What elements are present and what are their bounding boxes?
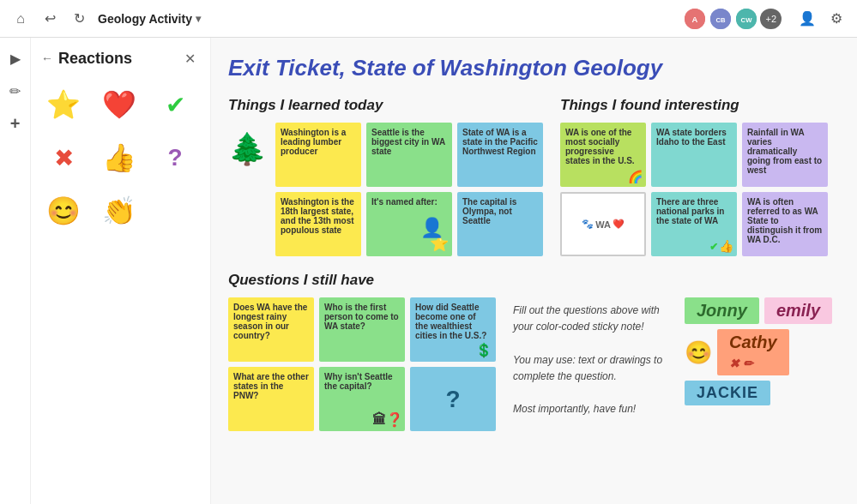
home-button[interactable]: ⌂ — [9, 7, 33, 31]
reactions-back-button[interactable]: ← — [41, 51, 53, 65]
avatar-cw[interactable]: CW — [734, 7, 758, 31]
name-tags-area: Jonny emily 😊 Cathy ✖ ✏ JACKIE — [685, 297, 832, 405]
section-learned-title: Things I learned today — [228, 97, 543, 114]
svg-text:CB: CB — [716, 16, 727, 24]
section-questions-title: Questions I still have — [228, 272, 846, 289]
cursor-tool[interactable]: ▶ — [3, 46, 27, 70]
main-layout: ▶ ✏ + ← Reactions ✕ ⭐ ❤️ ✔ ✖ 👍 ? 😊 👏 Exi… — [0, 38, 857, 504]
title-chevron[interactable]: ▾ — [196, 13, 201, 25]
share-button[interactable]: 👤 — [795, 7, 819, 31]
svg-text:CW: CW — [741, 16, 753, 24]
sticky-olympia[interactable]: The capital is Olympa, not Seattle — [457, 192, 543, 256]
reactions-grid: ⭐ ❤️ ✔ ✖ 👍 ? 😊 👏 — [41, 82, 200, 233]
content: Exit Ticket, State of Washington Geology… — [228, 55, 846, 431]
reactions-title: Reactions — [58, 50, 132, 68]
pen-tool[interactable]: ✏ — [3, 79, 27, 103]
sticky-rainfall[interactable]: Rainfall in WA varies dramatically going… — [742, 123, 828, 187]
fill-out-text: Fill out the questions above with your c… — [513, 303, 667, 417]
reaction-clap[interactable]: 👏 — [97, 189, 142, 233]
avatar-group: A CB CW +2 — [683, 7, 782, 31]
section-interesting: Things I found interesting WA is one of … — [560, 97, 846, 256]
redo-button[interactable]: ↻ — [67, 7, 91, 31]
reactions-close-button[interactable]: ✕ — [179, 48, 200, 69]
reaction-question[interactable]: ? — [153, 135, 197, 180]
sticky-named[interactable]: It's named after: ⭐ 👤 — [366, 192, 452, 256]
avatar-a[interactable]: A — [683, 7, 707, 31]
sticky-rainy[interactable]: Does WA have the longest rainy season in… — [228, 297, 314, 362]
name-tag-emily: emily — [764, 297, 832, 324]
reaction-thumbsup[interactable]: 👍 — [97, 135, 142, 180]
topbar: ⌂ ↩ ↻ Geology Activity ▾ A CB CW +2 👤 ⚙ — [0, 0, 857, 38]
sticky-18th[interactable]: Washington is the 18th largest state, an… — [275, 192, 361, 256]
reaction-smile[interactable]: 😊 — [41, 189, 86, 233]
sticky-lumber[interactable]: Washington is a leading lumber producer — [275, 123, 361, 187]
left-sidebar: ▶ ✏ + — [0, 38, 31, 504]
section-learned: Things I learned today 🌲 Washington is a… — [228, 97, 543, 256]
fill-out-area: Fill out the questions above with your c… — [513, 303, 667, 417]
sticky-progressive[interactable]: WA is one of the most socially progressi… — [560, 123, 646, 187]
reaction-check[interactable]: ✔ — [153, 82, 197, 127]
reactions-panel: ← Reactions ✕ ⭐ ❤️ ✔ ✖ 👍 ? 😊 👏 — [31, 38, 211, 504]
avatar-overflow[interactable]: +2 — [760, 9, 782, 29]
section-interesting-title: Things I found interesting — [560, 97, 846, 114]
sticky-first-person[interactable]: Who is the first person to come to WA st… — [319, 297, 405, 362]
sticky-pnw-states[interactable]: What are the other states in the PNW? — [228, 367, 314, 431]
canvas-area[interactable]: Exit Ticket, State of Washington Geology… — [211, 38, 857, 504]
name-tag-jonny: Jonny — [685, 297, 759, 324]
sticky-wa-state[interactable]: WA is often referred to as WA State to d… — [742, 192, 828, 256]
add-tool[interactable]: + — [3, 111, 27, 135]
sticky-wa-map[interactable]: 🐾 WA ❤️ — [560, 192, 646, 256]
sticky-pacific[interactable]: State of WA is a state in the Pacific No… — [457, 123, 543, 187]
undo-button[interactable]: ↩ — [38, 7, 62, 31]
page-title: Exit Ticket, State of Washington Geology — [228, 55, 846, 81]
reaction-x[interactable]: ✖ — [41, 135, 86, 180]
questions-grid: Does WA have the longest rainy season in… — [228, 297, 496, 431]
sticky-seattle-wealthy[interactable]: How did Seattle become one of the wealth… — [410, 297, 496, 362]
sticky-question[interactable]: ? — [410, 367, 496, 431]
nav-icons: ⌂ ↩ ↻ — [9, 7, 91, 31]
name-tag-jackie: JACKIE — [685, 381, 770, 405]
settings-button[interactable]: ⚙ — [824, 7, 848, 31]
smile-emoji: 😊 — [685, 339, 712, 366]
reaction-heart[interactable]: ❤️ — [97, 82, 142, 127]
reaction-star[interactable]: ⭐ — [41, 82, 86, 127]
title-text: Geology Activity — [98, 12, 192, 26]
topbar-actions: 👤 ⚙ — [795, 7, 848, 31]
name-tag-cathy: Cathy ✖ ✏ — [717, 329, 789, 375]
svg-text:A: A — [692, 15, 698, 24]
section-questions: Questions I still have Does WA have the … — [228, 272, 846, 431]
avatar-cb[interactable]: CB — [709, 7, 733, 31]
sticky-seattle[interactable]: Seattle is the biggest city in WA state — [366, 123, 452, 187]
topbar-title: Geology Activity ▾ — [98, 12, 201, 26]
sticky-idaho[interactable]: WA state borders Idaho to the East — [651, 123, 737, 187]
sticky-not-capital[interactable]: Why isn't Seattle the capital? 🏛❓ — [319, 367, 405, 431]
tree-emoji: 🌲 — [228, 131, 267, 167]
reactions-header: ← Reactions ✕ — [41, 48, 200, 69]
sticky-national-parks[interactable]: There are three national parks in the st… — [651, 192, 737, 256]
